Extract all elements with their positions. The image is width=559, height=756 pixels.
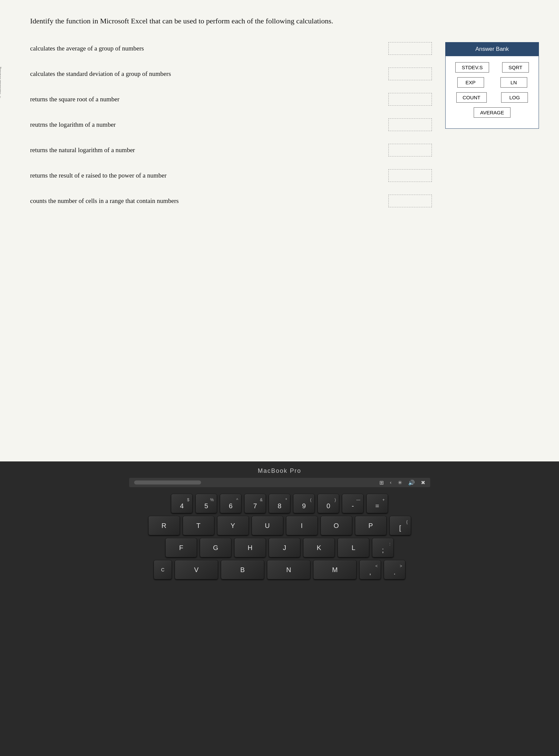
key-top-symbol: )	[335, 498, 336, 502]
key-i[interactable]: I	[286, 516, 318, 535]
key-5[interactable]: % 5	[195, 494, 217, 513]
chip-log[interactable]: LOG	[501, 92, 528, 102]
key-top-symbol: *	[285, 498, 287, 502]
key-j[interactable]: J	[269, 538, 300, 557]
question-row: calculates the standard deviation of a g…	[30, 68, 432, 80]
answer-bank: Answer Bank STDEV.S SQRT EXP LN COUNT LO…	[445, 42, 539, 220]
key-f[interactable]: F	[165, 538, 197, 557]
answer-drop-box-6[interactable]	[388, 169, 432, 182]
key-main-char: I	[301, 522, 303, 530]
touchbar-icon-back[interactable]: ‹	[390, 480, 392, 485]
key-r[interactable]: R	[148, 516, 180, 535]
key-minus[interactable]: — -	[342, 494, 364, 513]
question-text-4: reutrns the logarithm of a number	[30, 121, 378, 129]
key-v[interactable]: V	[175, 560, 218, 579]
key-brace-open[interactable]: { [	[389, 516, 411, 535]
touch-bar: ⊞ ‹ ✳ 🔊 ✖	[129, 478, 430, 487]
touchbar-icon-screen[interactable]: ⊞	[379, 480, 384, 486]
key-u[interactable]: U	[251, 516, 283, 535]
key-semicolon[interactable]: : ;	[372, 538, 394, 557]
key-main-char: ,	[369, 568, 371, 576]
keyboard-area: $ 4 % 5 ^ 6 & 7 * 8 ( 9	[0, 490, 559, 592]
key-main-char: R	[162, 522, 166, 530]
question-row: reutrns the logarithm of a number	[30, 118, 432, 131]
chip-average[interactable]: AVERAGE	[474, 107, 510, 118]
key-h[interactable]: H	[234, 538, 266, 557]
key-8[interactable]: * 8	[269, 494, 290, 513]
key-equals[interactable]: + =	[366, 494, 388, 513]
chip-ln[interactable]: LN	[500, 77, 527, 88]
touchbar-icon-brightness[interactable]: ✳	[398, 480, 402, 486]
chip-sqrt[interactable]: SQRT	[502, 62, 529, 73]
key-p[interactable]: P	[355, 516, 387, 535]
question-text-1: calculates the average of a group of num…	[30, 45, 378, 52]
touch-bar-icons: ⊞ ‹ ✳ 🔊 ✖	[379, 480, 425, 486]
question-row: returns the result of e raised to the po…	[30, 169, 432, 182]
key-main-char: U	[265, 522, 270, 530]
key-main-char: 0	[327, 502, 330, 510]
key-main-char: G	[213, 544, 219, 552]
key-m[interactable]: M	[313, 560, 357, 579]
key-main-char: H	[248, 544, 252, 552]
question-text-7: counts the number of cells in a range th…	[30, 197, 378, 205]
key-main-char: ;	[382, 546, 384, 554]
key-o[interactable]: O	[320, 516, 352, 535]
key-top-symbol: >	[400, 564, 402, 568]
answer-drop-box-5[interactable]	[388, 144, 432, 157]
question-text-5: returns the natural logarithm of a numbe…	[30, 146, 378, 154]
key-b[interactable]: B	[221, 560, 264, 579]
key-main-char: K	[317, 544, 321, 552]
question-row: counts the number of cells in a range th…	[30, 194, 432, 207]
key-c[interactable]: C	[154, 560, 172, 579]
touchbar-icon-mute[interactable]: ✖	[421, 480, 425, 486]
answer-bank-row-4: AVERAGE	[451, 107, 534, 118]
chip-stdevs[interactable]: STDEV.S	[455, 62, 489, 73]
key-top-symbol: —	[356, 498, 360, 502]
question-text-6: returns the result of e raised to the po…	[30, 172, 378, 179]
key-9[interactable]: ( 9	[293, 494, 315, 513]
key-4[interactable]: $ 4	[171, 494, 193, 513]
key-comma[interactable]: < ,	[359, 560, 381, 579]
question-text-3: returns the square root of a number	[30, 96, 378, 103]
key-main-char: 8	[278, 502, 281, 510]
key-l[interactable]: L	[338, 538, 369, 557]
answer-drop-box-7[interactable]	[388, 194, 432, 207]
key-top-symbol: (	[310, 498, 311, 502]
key-main-char: V	[194, 566, 198, 574]
key-6[interactable]: ^ 6	[220, 494, 242, 513]
chip-exp[interactable]: EXP	[457, 77, 484, 88]
key-top-symbol: +	[382, 498, 385, 502]
key-main-char: [	[399, 524, 401, 532]
answer-bank-row-2: EXP LN	[451, 77, 534, 88]
answer-drop-box-1[interactable]	[388, 42, 432, 55]
key-top-symbol: {	[406, 520, 407, 524]
macbook-brand-label: MacBook Pro	[258, 461, 301, 475]
key-period[interactable]: > .	[384, 560, 405, 579]
key-main-char: N	[286, 566, 291, 574]
key-g[interactable]: G	[200, 538, 231, 557]
answer-bank-body: STDEV.S SQRT EXP LN COUNT LOG AVERAGE	[445, 56, 539, 129]
key-k[interactable]: K	[303, 538, 335, 557]
question-body: calculates the average of a group of num…	[30, 42, 539, 220]
chip-count[interactable]: COUNT	[456, 92, 487, 102]
key-n[interactable]: N	[267, 560, 310, 579]
key-7[interactable]: & 7	[244, 494, 266, 513]
touchbar-icon-volume[interactable]: 🔊	[408, 480, 415, 486]
question-row: returns the square root of a number	[30, 93, 432, 106]
key-t[interactable]: T	[183, 516, 215, 535]
key-main-char: 6	[229, 502, 232, 510]
laptop-bezel: MacBook Pro ⊞ ‹ ✳ 🔊 ✖ $ 4 % 5 ^ 6	[0, 461, 559, 756]
key-top-symbol: &	[260, 498, 263, 502]
touch-bar-slider[interactable]	[134, 480, 201, 484]
question-text-2: calculates the standard deviation of a g…	[30, 70, 378, 77]
key-main-char: J	[283, 544, 286, 552]
key-y[interactable]: Y	[217, 516, 249, 535]
key-top-symbol: $	[187, 498, 189, 502]
question-title: Identify the function in Microsoft Excel…	[30, 17, 539, 25]
key-main-char: 9	[302, 502, 306, 510]
answer-drop-box-4[interactable]	[388, 118, 432, 131]
answer-drop-box-2[interactable]	[388, 68, 432, 80]
answer-drop-box-3[interactable]	[388, 93, 432, 106]
key-0[interactable]: ) 0	[317, 494, 339, 513]
keyboard-row-qwerty: R T Y U I O P { [	[27, 516, 532, 535]
